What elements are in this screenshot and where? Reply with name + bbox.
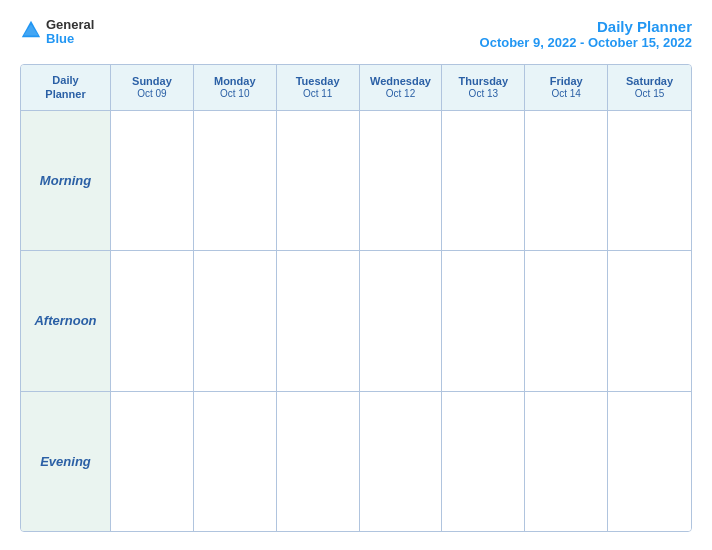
- monday-label: Monday: [214, 75, 256, 88]
- morning-thu-cell[interactable]: [442, 111, 525, 250]
- afternoon-label: Afternoon: [21, 251, 111, 390]
- friday-label: Friday: [550, 75, 583, 88]
- thursday-date: Oct 13: [469, 88, 498, 100]
- logo-blue-text: Blue: [46, 32, 94, 46]
- planner-title: Daily Planner: [480, 18, 692, 35]
- afternoon-tue-cell[interactable]: [277, 251, 360, 390]
- wednesday-label: Wednesday: [370, 75, 431, 88]
- evening-fri-cell[interactable]: [525, 392, 608, 531]
- header-wed: Wednesday Oct 12: [360, 65, 443, 110]
- header-sat: Saturday Oct 15: [608, 65, 691, 110]
- morning-wed-cell[interactable]: [360, 111, 443, 250]
- evening-wed-cell[interactable]: [360, 392, 443, 531]
- tuesday-date: Oct 11: [303, 88, 332, 100]
- header-fri: Friday Oct 14: [525, 65, 608, 110]
- morning-row: Morning: [21, 111, 691, 251]
- morning-mon-cell[interactable]: [194, 111, 277, 250]
- header-tue: Tuesday Oct 11: [277, 65, 360, 110]
- morning-fri-cell[interactable]: [525, 111, 608, 250]
- saturday-date: Oct 15: [635, 88, 664, 100]
- thursday-label: Thursday: [459, 75, 509, 88]
- evening-mon-cell[interactable]: [194, 392, 277, 531]
- evening-tue-cell[interactable]: [277, 392, 360, 531]
- logo-icon: [20, 19, 42, 41]
- saturday-label: Saturday: [626, 75, 673, 88]
- logo: General Blue: [20, 18, 94, 47]
- logo-general-text: General: [46, 18, 94, 32]
- morning-sat-cell[interactable]: [608, 111, 691, 250]
- svg-marker-1: [24, 25, 39, 36]
- planner-subtitle: October 9, 2022 - October 15, 2022: [480, 35, 692, 50]
- morning-sun-cell[interactable]: [111, 111, 194, 250]
- header-label-cell: Daily Planner: [21, 65, 111, 110]
- afternoon-row: Afternoon: [21, 251, 691, 391]
- evening-row: Evening: [21, 392, 691, 531]
- calendar-header-row: Daily Planner Sunday Oct 09 Monday Oct 1…: [21, 65, 691, 111]
- title-block: Daily Planner October 9, 2022 - October …: [480, 18, 692, 50]
- header-daily: Daily: [52, 73, 78, 87]
- morning-label: Morning: [21, 111, 111, 250]
- header-mon: Monday Oct 10: [194, 65, 277, 110]
- evening-sun-cell[interactable]: [111, 392, 194, 531]
- calendar: Daily Planner Sunday Oct 09 Monday Oct 1…: [20, 64, 692, 532]
- afternoon-fri-cell[interactable]: [525, 251, 608, 390]
- header-sun: Sunday Oct 09: [111, 65, 194, 110]
- afternoon-mon-cell[interactable]: [194, 251, 277, 390]
- wednesday-date: Oct 12: [386, 88, 415, 100]
- evening-label: Evening: [21, 392, 111, 531]
- afternoon-sat-cell[interactable]: [608, 251, 691, 390]
- header: General Blue Daily Planner October 9, 20…: [20, 18, 692, 50]
- header-thu: Thursday Oct 13: [442, 65, 525, 110]
- sunday-date: Oct 09: [137, 88, 166, 100]
- friday-date: Oct 14: [551, 88, 580, 100]
- calendar-body: Morning Afternoon: [21, 111, 691, 531]
- monday-date: Oct 10: [220, 88, 249, 100]
- page: General Blue Daily Planner October 9, 20…: [0, 0, 712, 550]
- evening-thu-cell[interactable]: [442, 392, 525, 531]
- afternoon-thu-cell[interactable]: [442, 251, 525, 390]
- sunday-label: Sunday: [132, 75, 172, 88]
- morning-tue-cell[interactable]: [277, 111, 360, 250]
- afternoon-sun-cell[interactable]: [111, 251, 194, 390]
- evening-sat-cell[interactable]: [608, 392, 691, 531]
- tuesday-label: Tuesday: [296, 75, 340, 88]
- afternoon-wed-cell[interactable]: [360, 251, 443, 390]
- header-planner: Planner: [45, 87, 85, 101]
